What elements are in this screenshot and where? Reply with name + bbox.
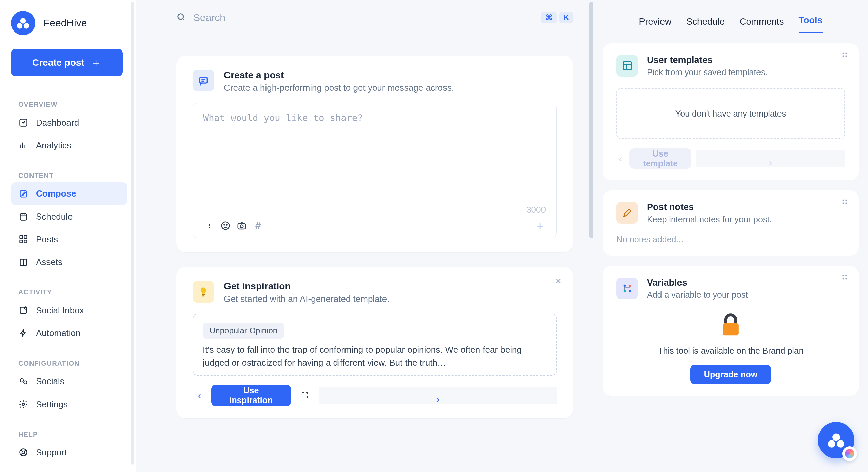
variables-icon [616,278,638,299]
sidebar-item-analytics[interactable]: Analytics [11,134,127,157]
tab-schedule[interactable]: Schedule [686,17,725,33]
drag-handle-icon[interactable] [841,198,848,207]
sidebar-item-compose[interactable]: Compose [11,182,127,205]
close-icon[interactable]: ✕ [555,277,561,286]
sidebar-item-support[interactable]: Support [11,441,127,464]
posts-icon [18,234,28,244]
drag-handle-icon[interactable] [841,273,848,282]
inspiration-subtitle: Get started with an AI-generated templat… [224,294,390,304]
section-overview: OVERVIEW [18,101,127,108]
brand[interactable]: FeedHive [11,11,127,35]
sidebar-item-label: Socials [36,376,64,387]
settings-icon [18,399,28,409]
sidebar-item-automation[interactable]: Automation [11,322,127,345]
use-template-button[interactable]: Use template [629,148,691,169]
kbd-k: K [559,12,573,23]
lock-icon [717,334,744,340]
inbox-icon [18,305,28,315]
schedule-icon [18,211,28,222]
camera-icon[interactable] [234,218,250,234]
sidebar-item-social-inbox[interactable]: Social Inbox [11,299,127,322]
search-bar[interactable]: ⌘ K [176,1,573,34]
tab-comments[interactable]: Comments [739,17,784,33]
inspiration-title: Get inspiration [224,281,390,292]
sidebar-item-posts[interactable]: Posts [11,228,127,251]
post-notes-card: Post notes Keep internal notes for your … [603,190,859,256]
add-icon[interactable]: ＋ [532,218,548,234]
sidebar-item-label: Settings [36,399,68,410]
brand-name: FeedHive [43,17,87,29]
compose-icon [18,189,28,199]
compose-textarea[interactable] [193,103,556,211]
sidebar-item-label: Social Inbox [36,305,84,316]
pencil-icon [616,202,638,224]
sidebar-item-dashboard[interactable]: Dashboard [11,111,127,134]
user-templates-empty: You don't have any templates [616,88,845,139]
user-templates-card: User templates Pick from your saved temp… [603,43,859,180]
sidebar-item-label: Analytics [36,140,71,151]
variables-card: Variables Add a variable to your post Th… [603,266,859,396]
sidebar-scrollbar[interactable] [131,2,134,465]
inspiration-text: It's easy to fall into the trap of confo… [203,344,547,369]
post-notes-empty: No notes added... [616,234,845,244]
main-column: ⌘ K Create a post Create a high-performi… [136,0,593,472]
prev-inspiration-button[interactable]: ‹ [193,387,206,404]
section-configuration: CONFIGURATION [18,360,127,367]
emoji-icon[interactable] [217,218,234,234]
upgrade-now-button[interactable]: Upgrade now [690,365,771,384]
socials-icon [18,376,28,387]
post-notes-title: Post notes [647,202,772,212]
sidebar-item-assets[interactable]: Assets [11,251,127,273]
compose-card: Create a post Create a high-performing p… [176,56,573,252]
sidebar-item-label: Assets [36,257,62,267]
section-help: HELP [18,431,127,438]
sidebar-item-settings[interactable]: Settings [11,393,127,415]
fab-badge-icon [842,446,857,461]
brand-logo-icon [11,11,35,35]
hashtag-icon[interactable]: # [250,218,266,234]
sidebar-item-label: Schedule [36,211,73,222]
fab-button[interactable] [818,422,854,458]
section-activity: ACTIVITY [18,288,127,296]
automation-icon [18,328,28,338]
more-vertical-icon[interactable]: ⋮ [201,218,217,234]
template-icon [616,55,638,77]
right-panel: Preview Schedule Comments Tools User tem… [593,0,868,472]
variables-locked-text: This tool is available on the Brand plan [616,346,845,356]
inspiration-body: Unpopular Opinion It's easy to fall into… [193,314,557,376]
next-inspiration-button[interactable]: › [319,387,557,404]
variables-subtitle: Add a variable to your post [647,290,748,300]
inspiration-tag: Unpopular Opinion [203,323,284,339]
sidebar-item-label: Dashboard [36,118,79,128]
search-icon [176,12,186,23]
dashboard-icon [18,118,28,128]
sidebar-item-label: Compose [36,188,76,199]
expand-icon[interactable] [296,385,314,406]
sidebar-item-label: Automation [36,328,81,338]
next-template-button[interactable]: › [696,150,845,167]
bulb-icon [193,281,214,303]
tab-tools[interactable]: Tools [799,15,823,33]
sidebar-item-schedule[interactable]: Schedule [11,205,127,228]
create-post-button[interactable]: Create post ＋ [11,49,123,76]
section-content: CONTENT [18,172,127,180]
search-input[interactable] [193,12,524,23]
drag-handle-icon[interactable] [841,51,848,60]
user-templates-subtitle: Pick from your saved templates. [647,67,768,77]
sidebar-item-socials[interactable]: Socials [11,370,127,393]
char-counter: 3000 [526,205,546,215]
tab-preview[interactable]: Preview [639,17,671,33]
analytics-icon [18,140,28,150]
plus-icon: ＋ [91,57,101,68]
use-inspiration-button[interactable]: Use inspiration [211,385,291,406]
compose-toolbar: ⋮ # ＋ [193,213,556,238]
main-scrollbar[interactable] [589,2,593,238]
compose-body: ⋮ # ＋ [193,103,557,238]
prev-template-button[interactable]: ‹ [616,150,625,167]
sidebar-item-label: Posts [36,234,58,245]
compose-title: Create a post [224,70,454,81]
compose-subtitle: Create a high-performing post to get you… [224,83,454,93]
kbd-cmd: ⌘ [541,12,557,23]
sidebar-item-label: Support [36,447,67,458]
post-notes-subtitle: Keep internal notes for your post. [647,214,772,224]
